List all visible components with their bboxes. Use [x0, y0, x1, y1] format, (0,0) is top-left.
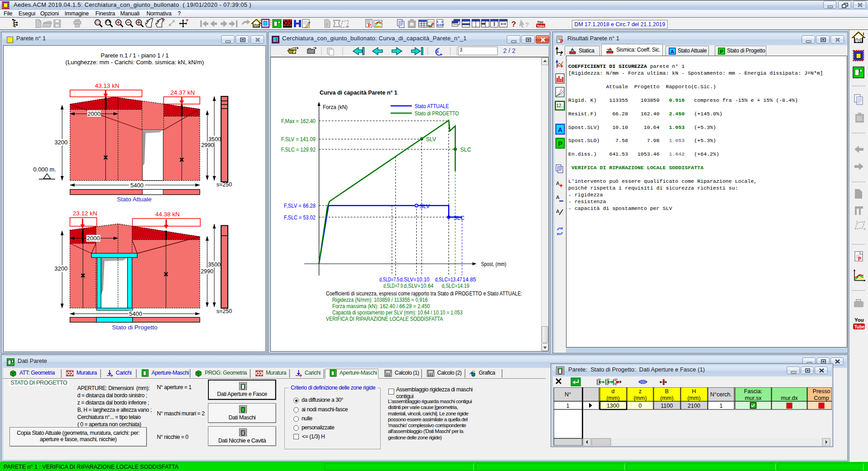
svg-text:Forza (kN): Forza (kN)	[323, 104, 348, 110]
svg-text:Stato Attuale: Stato Attuale	[117, 196, 152, 203]
svg-text:Rigidezza (N/mm): 103859 / 113: Rigidezza (N/mm): 103859 / 113355 = 0.91…	[332, 297, 428, 303]
svg-text:d,SLC=13.47: d,SLC=13.47	[435, 276, 462, 283]
svg-text:F,SLC = 129.92: F,SLC = 129.92	[281, 147, 316, 153]
svg-text:B: B	[665, 388, 669, 395]
svg-text:VERIFICA DI RIPARAZIONE LOCALE: VERIFICA DI RIPARAZIONE LOCALE SODDISFAT…	[326, 316, 443, 322]
svg-text:3200: 3200	[55, 139, 68, 146]
svg-text:+: +	[559, 182, 563, 189]
svg-text:A: A	[558, 126, 562, 133]
svg-text:s=250: s=250	[217, 181, 232, 188]
svg-text:44.38 kN: 44.38 kN	[155, 211, 179, 218]
svg-text:2000: 2000	[88, 110, 101, 117]
svg-text:H: H	[692, 388, 696, 395]
svg-text:S: S	[435, 48, 439, 54]
svg-text:1: 1	[560, 52, 562, 57]
svg-text:5400: 5400	[129, 310, 142, 317]
svg-text:d,SLC=14.19: d,SLC=14.19	[442, 283, 469, 289]
svg-text:Forza massima (kN): 162.40 / 6: Forza massima (kN): 162.40 / 66.28 = 2.4…	[332, 303, 430, 309]
svg-text:Capacità di spostamento per SL: Capacità di spostamento per SLV (mm): 10…	[332, 309, 462, 316]
svg-text:d,SLD=7.5: d,SLD=7.5	[379, 276, 399, 283]
svg-text:0.000 m.: 0.000 m.	[33, 166, 56, 173]
svg-text:N°cerch.: N°cerch.	[710, 391, 732, 398]
svg-text:Stato di PROGETTO: Stato di PROGETTO	[415, 110, 459, 117]
svg-text:mur.dx: mur.dx	[781, 395, 798, 401]
svg-text:SLC: SLC	[460, 147, 471, 153]
svg-text:d: d	[612, 388, 615, 395]
svg-text:z: z	[639, 388, 642, 395]
svg-text:P: P	[558, 140, 562, 147]
svg-text:43.13 kN: 43.13 kN	[95, 82, 119, 89]
svg-text:(mm): (mm)	[633, 395, 646, 401]
svg-text:Curva di capacità Parete n° 1: Curva di capacità Parete n° 1	[320, 89, 397, 96]
svg-text:(Lunghezze: mm - Carichi: Comb: (Lunghezze: mm - Carichi: Comb. sismica:…	[66, 59, 204, 66]
svg-text:P: P	[560, 39, 563, 43]
svg-text:A: A	[556, 209, 560, 214]
svg-text:3500: 3500	[208, 262, 221, 268]
svg-text:Spost. (mm): Spost. (mm)	[481, 261, 506, 267]
svg-text:P: P	[368, 23, 371, 28]
svg-text:You: You	[854, 317, 864, 323]
svg-text:Presso: Presso	[813, 388, 830, 395]
svg-text:F,SLV = 66.28: F,SLV = 66.28	[284, 203, 316, 209]
svg-text:F,SLV = 141.09: F,SLV = 141.09	[281, 136, 316, 143]
svg-text:A: A	[556, 195, 560, 200]
svg-text:5400: 5400	[131, 182, 144, 189]
svg-text:You: You	[537, 20, 543, 24]
svg-text:s=250: s=250	[217, 308, 232, 314]
svg-text:2990: 2990	[201, 142, 214, 148]
svg-text:F,SLC = 53.02: F,SLC = 53.02	[284, 214, 316, 221]
svg-text:P: P	[858, 256, 861, 262]
svg-text:Comp: Comp	[814, 395, 829, 401]
svg-text:3200: 3200	[55, 265, 68, 272]
svg-text:2100: 2100	[688, 403, 700, 409]
svg-text:SLC: SLC	[453, 215, 464, 221]
svg-text:Tube: Tube	[537, 24, 545, 28]
svg-text:1: 1	[566, 403, 570, 409]
svg-text:Fascia:: Fascia:	[744, 388, 762, 395]
svg-text:1100: 1100	[661, 403, 673, 409]
svg-text:Coefficienti di sicurezza, esp: Coefficienti di sicurezza, espressi come…	[326, 290, 522, 297]
svg-text:d,SLV=10.64: d,SLV=10.64	[404, 283, 434, 289]
svg-text:F,Max = 162.40: F,Max = 162.40	[281, 118, 316, 124]
svg-text:d,SLV=10.10: d,SLV=10.10	[400, 276, 429, 283]
svg-text:A: A	[670, 49, 674, 54]
svg-text:d,SLD=7.9: d,SLD=7.9	[383, 283, 403, 289]
svg-text:2990: 2990	[201, 268, 213, 275]
svg-text:14.85: 14.85	[462, 276, 476, 283]
svg-text:Stato ATTUALE: Stato ATTUALE	[415, 103, 449, 109]
svg-text:1: 1	[720, 403, 723, 409]
svg-text:(mm): (mm)	[687, 395, 700, 401]
svg-text:Stato di Progetto: Stato di Progetto	[112, 324, 158, 331]
svg-text:23.12 kN: 23.12 kN	[73, 210, 97, 217]
svg-text:DXF: DXF	[437, 23, 444, 27]
svg-text:3500: 3500	[208, 136, 221, 143]
svg-text:24.37 kN: 24.37 kN	[170, 89, 195, 96]
svg-text:(mm): (mm)	[660, 395, 673, 401]
svg-text:Parete n.1 / 1 - piano 1 / 1: Parete n.1 / 1 - piano 1 / 1	[101, 52, 169, 59]
svg-text:N°: N°	[565, 391, 571, 398]
svg-text:SLV: SLV	[426, 136, 436, 143]
svg-text:1300: 1300	[607, 403, 619, 409]
svg-text:(mm): (mm)	[606, 395, 619, 401]
svg-text:2000: 2000	[87, 235, 100, 242]
svg-text:0: 0	[639, 403, 642, 409]
svg-text:?: ?	[511, 20, 516, 29]
svg-text:c: c	[326, 22, 328, 27]
svg-text:mur.sx: mur.sx	[745, 395, 762, 401]
svg-text:SLV: SLV	[420, 203, 430, 209]
svg-text:Tube: Tube	[854, 324, 865, 329]
svg-text:?: ?	[525, 21, 529, 28]
svg-text:12..: 12..	[557, 103, 564, 108]
svg-text:P: P	[720, 49, 723, 54]
